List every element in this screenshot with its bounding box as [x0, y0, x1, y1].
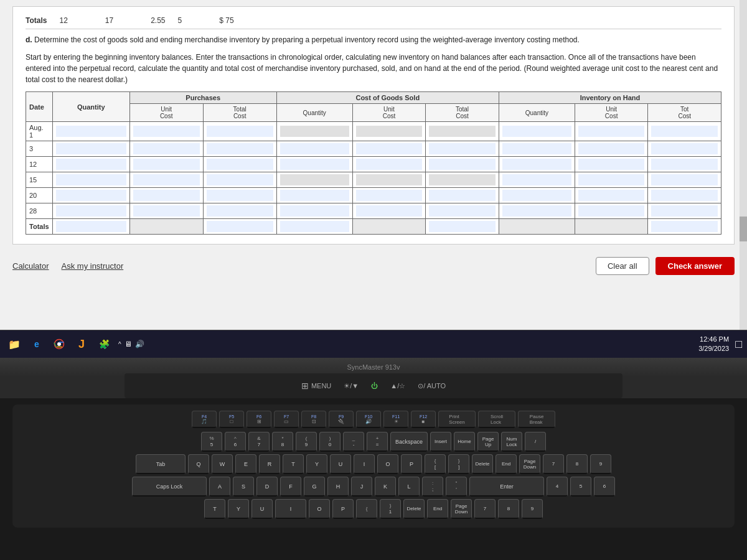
- key-h[interactable]: H: [327, 477, 349, 497]
- key-f8[interactable]: F8⊡: [301, 411, 326, 428]
- input-totals-cogs-total[interactable]: [429, 221, 496, 232]
- key-pause-break[interactable]: PauseBreak: [518, 411, 555, 428]
- row-cogs-qty-2[interactable]: [276, 141, 352, 157]
- taskbar-edge-icon[interactable]: e: [27, 335, 46, 353]
- key-6-caret[interactable]: ^6: [225, 432, 246, 452]
- key-semicolon[interactable]: :;: [422, 477, 443, 497]
- check-answer-button[interactable]: Check answer: [655, 257, 735, 275]
- key-num-8[interactable]: 8: [566, 454, 588, 474]
- key-num-slash[interactable]: /: [525, 432, 546, 452]
- row-inv-unit-6[interactable]: [575, 203, 648, 219]
- row-inv-unit-2[interactable]: [575, 141, 648, 157]
- input-qty-4[interactable]: [56, 174, 126, 185]
- row-inv-unit-4[interactable]: [575, 172, 648, 188]
- key-u[interactable]: U: [330, 454, 351, 474]
- input-cogs-unit-3[interactable]: [356, 159, 423, 170]
- row-inv-total-2[interactable]: [648, 141, 721, 157]
- key-g[interactable]: G: [304, 477, 325, 497]
- input-inv-total-5[interactable]: [651, 190, 718, 201]
- input-cogs-unit-1[interactable]: [356, 126, 423, 137]
- key-0-rparen[interactable]: )0: [319, 432, 341, 452]
- input-qty-6[interactable]: [56, 205, 126, 217]
- input-cogs-qty-6[interactable]: [280, 205, 349, 217]
- row-qty-6[interactable]: [52, 203, 129, 219]
- input-purch-total-1[interactable]: [207, 126, 273, 137]
- row-cogs-unit-6[interactable]: [352, 203, 426, 219]
- input-cogs-qty-5[interactable]: [280, 190, 349, 201]
- key-rbracket[interactable]: }]: [448, 454, 469, 474]
- key-lbracket[interactable]: {[: [425, 454, 446, 474]
- input-inv-total-6[interactable]: [651, 205, 718, 217]
- key-page-up[interactable]: PageUp: [477, 432, 499, 452]
- row-inv-qty-4[interactable]: [499, 172, 575, 188]
- input-cogs-total-2[interactable]: [429, 143, 496, 154]
- key-i[interactable]: I: [354, 454, 375, 474]
- input-inv-qty-4[interactable]: [502, 174, 571, 185]
- input-cogs-unit-4[interactable]: [356, 174, 423, 185]
- key-9-lparen[interactable]: (9: [296, 432, 317, 452]
- row-inv-total-4[interactable]: [648, 172, 721, 188]
- key-f10[interactable]: F10🔊: [356, 411, 381, 428]
- key-end[interactable]: End: [496, 454, 517, 474]
- input-purch-total-6[interactable]: [207, 205, 273, 217]
- input-cogs-unit-5[interactable]: [356, 190, 423, 201]
- row-inv-qty-5[interactable]: [499, 188, 575, 203]
- input-cogs-qty-2[interactable]: [280, 143, 349, 154]
- key-num-5[interactable]: 5: [570, 477, 591, 497]
- input-inv-total-2[interactable]: [651, 143, 718, 154]
- input-inv-total-4[interactable]: [651, 174, 718, 185]
- row-cogs-total-3[interactable]: [426, 157, 499, 172]
- key-7-amp[interactable]: &7: [248, 432, 270, 452]
- input-totals-cogs-qty[interactable]: [280, 221, 349, 232]
- row-cogs-qty-6[interactable]: [276, 203, 352, 219]
- key-f[interactable]: F: [280, 477, 301, 497]
- taskbar-puzzle-icon[interactable]: 🧩: [95, 335, 113, 353]
- row-qty-1[interactable]: [52, 122, 129, 141]
- row-inv-total-6[interactable]: [648, 203, 721, 219]
- key-num-6[interactable]: 6: [594, 477, 615, 497]
- input-totals-purch-total[interactable]: [207, 221, 273, 232]
- key-minus[interactable]: _-: [343, 432, 364, 452]
- row-qty-5[interactable]: [52, 188, 129, 203]
- tray-screen-icon[interactable]: 🖥: [125, 340, 132, 348]
- input-cogs-unit-6[interactable]: [356, 205, 423, 217]
- tv-menu[interactable]: ⊞ MENU: [301, 381, 331, 391]
- input-cogs-qty-3[interactable]: [280, 159, 349, 170]
- key-r[interactable]: R: [259, 454, 280, 474]
- row-inv-qty-6[interactable]: [499, 203, 575, 219]
- totals-purch-total[interactable]: [203, 219, 276, 235]
- key-home[interactable]: Home: [454, 432, 475, 452]
- input-purch-unit-4[interactable]: [133, 174, 200, 185]
- taskbar-chrome-icon[interactable]: [50, 335, 68, 353]
- taskbar-folder-icon[interactable]: 📁: [5, 335, 24, 353]
- input-inv-unit-3[interactable]: [578, 159, 645, 170]
- totals-cogs-total[interactable]: [426, 219, 499, 235]
- row-cogs-total-1[interactable]: [426, 122, 499, 141]
- input-purch-unit-6[interactable]: [133, 205, 200, 217]
- input-purch-total-5[interactable]: [207, 190, 273, 201]
- key-j[interactable]: J: [351, 477, 372, 497]
- input-totals-qty[interactable]: [56, 221, 126, 232]
- row-purch-unit-3[interactable]: [129, 157, 203, 172]
- row-inv-total-1[interactable]: [648, 122, 721, 141]
- input-cogs-total-5[interactable]: [429, 190, 496, 201]
- row-cogs-qty-5[interactable]: [276, 188, 352, 203]
- key-num-8-bottom[interactable]: 8: [498, 499, 519, 519]
- key-u-bottom[interactable]: U: [251, 499, 273, 519]
- key-k[interactable]: K: [375, 477, 396, 497]
- input-purch-unit-1[interactable]: [133, 126, 200, 137]
- row-inv-unit-5[interactable]: [575, 188, 648, 203]
- input-inv-qty-1[interactable]: [502, 126, 571, 137]
- input-inv-total-1[interactable]: [651, 126, 718, 137]
- ask-instructor-link[interactable]: Ask my instructor: [62, 261, 124, 271]
- key-s[interactable]: S: [233, 477, 254, 497]
- input-cogs-total-6[interactable]: [429, 205, 496, 217]
- input-purch-unit-3[interactable]: [133, 159, 200, 170]
- input-qty-2[interactable]: [56, 143, 126, 154]
- key-d[interactable]: D: [256, 477, 278, 497]
- row-inv-total-3[interactable]: [648, 157, 721, 172]
- row-purch-total-1[interactable]: [203, 122, 276, 141]
- key-t-bottom[interactable]: T: [204, 499, 225, 519]
- totals-qty-input[interactable]: [52, 219, 129, 235]
- key-num-lock[interactable]: NumLock: [501, 432, 522, 452]
